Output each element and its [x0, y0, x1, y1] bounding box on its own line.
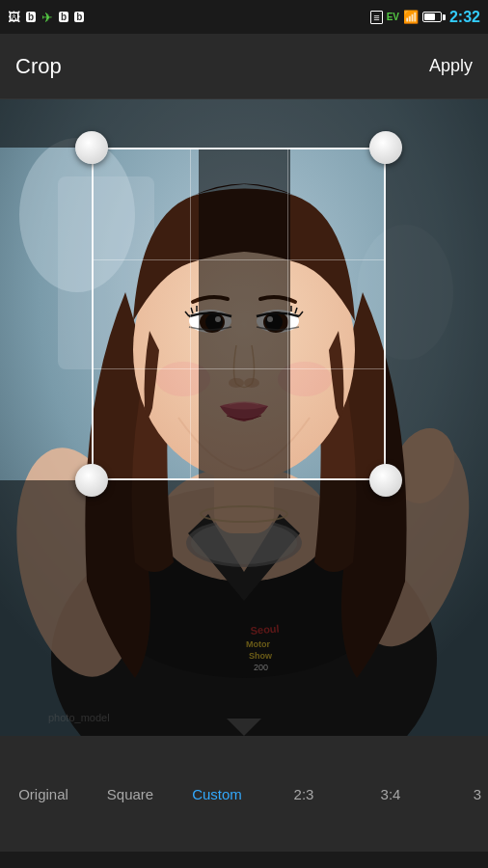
crop-option-more[interactable]: 3: [434, 736, 488, 852]
crop-option-original[interactable]: Original: [0, 736, 87, 852]
image-icon: 🖼: [8, 10, 20, 24]
time-display: 2:32: [449, 9, 480, 26]
bottom-crop-options: Original Square Custom 2:3 3:4 3: [0, 736, 488, 852]
page-title: Crop: [15, 54, 62, 79]
crop-option-custom[interactable]: Custom: [174, 736, 260, 852]
apply-button[interactable]: Apply: [429, 56, 473, 76]
crop-handle-top-left[interactable]: [75, 131, 108, 164]
crop-option-2-3[interactable]: 2:3: [260, 736, 347, 852]
ev-icon: EV: [387, 12, 399, 22]
send-icon: ✈: [41, 10, 53, 25]
bbm-icon: b: [26, 12, 36, 22]
crop-box[interactable]: [92, 148, 386, 480]
crop-handle-bottom-left[interactable]: [75, 464, 108, 497]
bottom-chevron: [227, 719, 261, 736]
status-icons-right: ≡ EV 📶 2:32: [370, 9, 480, 26]
bbm3-icon: b: [74, 12, 84, 22]
crop-option-3-4[interactable]: 3:4: [347, 736, 434, 852]
crop-handle-bottom-right[interactable]: [369, 464, 402, 497]
status-icons-left: 🖼 b ✈ b b: [8, 10, 84, 25]
signal-bars: 📶: [403, 10, 419, 24]
top-bar: Crop Apply: [0, 34, 488, 99]
bbm2-icon: b: [59, 12, 68, 22]
crop-overlay-bottom: [0, 480, 488, 736]
sim-icon: ≡: [370, 11, 382, 24]
crop-overlay-top: [0, 99, 488, 148]
image-area: Seoul Motor Show 200: [0, 99, 488, 736]
crop-overlay-right: [386, 148, 488, 480]
battery-icon: [422, 12, 446, 22]
crop-option-square[interactable]: Square: [87, 736, 174, 852]
status-bar: 🖼 b ✈ b b ≡ EV 📶 2:32: [0, 0, 488, 34]
crop-handle-top-right[interactable]: [369, 131, 402, 164]
